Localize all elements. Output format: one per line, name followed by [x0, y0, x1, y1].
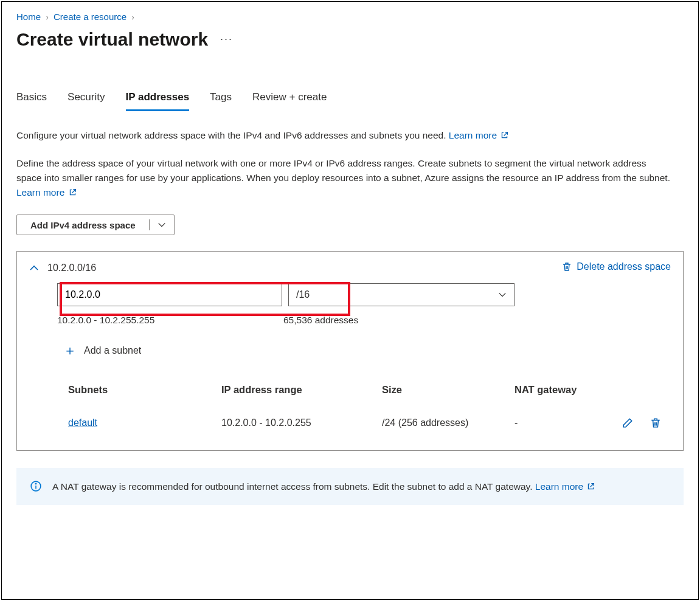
ip-range-text: 10.2.0.0 - 10.2.255.255 — [57, 315, 283, 326]
subnet-range: 10.2.0.0 - 10.2.0.255 — [221, 410, 381, 445]
page-title: Create virtual network — [16, 29, 208, 50]
trash-icon — [562, 262, 572, 272]
delete-label: Delete address space — [577, 261, 671, 272]
add-ipv4-label: Add IPv4 address space — [17, 215, 149, 235]
chevron-right-icon: › — [129, 12, 137, 22]
delete-address-space-button[interactable]: Delete address space — [562, 261, 671, 272]
tab-security[interactable]: Security — [68, 88, 105, 111]
learn-more-link-2[interactable]: Learn more — [16, 187, 77, 197]
info-text: A NAT gateway is recommended for outboun… — [52, 481, 533, 492]
info-learn-more-link[interactable]: Learn more — [535, 481, 595, 492]
add-subnet-label: Add a subnet — [84, 345, 141, 356]
info-icon — [30, 481, 41, 492]
external-link-icon — [587, 483, 595, 490]
edit-icon[interactable] — [622, 417, 633, 428]
chevron-down-icon[interactable] — [150, 215, 174, 235]
intro-paragraph-2: Define the address space of your virtual… — [16, 156, 673, 200]
breadcrumb: Home › Create a resource › — [16, 9, 684, 26]
tabs: Basics Security IP addresses Tags Review… — [16, 88, 684, 111]
tab-tags[interactable]: Tags — [210, 88, 232, 111]
external-link-icon — [69, 188, 77, 196]
tab-ip-addresses[interactable]: IP addresses — [126, 88, 190, 111]
chevron-down-icon — [498, 290, 507, 299]
address-space-header: 10.2.0.0/16 — [47, 263, 96, 273]
col-size: Size — [382, 384, 513, 409]
chevron-up-icon[interactable] — [29, 263, 39, 273]
address-space-ip-input[interactable] — [57, 283, 282, 306]
chevron-right-icon: › — [43, 12, 51, 22]
cidr-value: /16 — [296, 289, 310, 300]
subnet-table: Subnets IP address range Size NAT gatewa… — [67, 383, 671, 447]
svg-point-1 — [35, 483, 36, 484]
breadcrumb-create-resource[interactable]: Create a resource — [54, 12, 126, 22]
add-ipv4-address-space-button[interactable]: Add IPv4 address space — [16, 215, 175, 235]
trash-icon[interactable] — [650, 417, 661, 428]
address-space-cidr-select[interactable]: /16 — [288, 283, 515, 306]
learn-more-link[interactable]: Learn more — [449, 130, 509, 140]
intro-paragraph-1: Configure your virtual network address s… — [16, 128, 673, 143]
external-link-icon — [501, 131, 508, 139]
nat-gateway-info: A NAT gateway is recommended for outboun… — [16, 468, 684, 505]
breadcrumb-home[interactable]: Home — [16, 12, 41, 22]
address-space-card: 10.2.0.0/16 Delete address space /16 10.… — [16, 251, 684, 451]
col-subnets: Subnets — [68, 384, 220, 409]
subnet-size: /24 (256 addresses) — [382, 410, 513, 445]
subnet-name-link[interactable]: default — [68, 417, 97, 428]
col-range: IP address range — [221, 384, 381, 409]
subnet-nat: - — [515, 410, 618, 445]
tab-review-create[interactable]: Review + create — [252, 88, 327, 111]
table-row: default 10.2.0.0 - 10.2.0.255 /24 (256 a… — [68, 410, 670, 445]
plus-icon: ＋ — [63, 344, 77, 357]
tab-basics[interactable]: Basics — [16, 88, 47, 111]
add-subnet-button[interactable]: ＋ Add a subnet — [63, 344, 671, 357]
more-actions-button[interactable]: ··· — [220, 33, 233, 47]
address-count-text: 65,536 addresses — [283, 315, 358, 326]
col-nat: NAT gateway — [515, 384, 618, 409]
